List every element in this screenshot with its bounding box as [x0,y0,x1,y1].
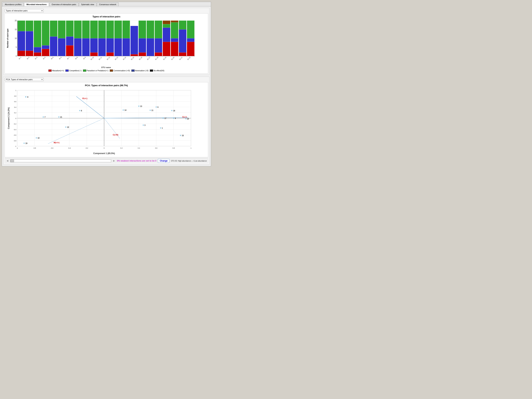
svg-text:0: 0 [16,55,17,57]
scroll-left-icon[interactable]: ◄ [6,159,9,162]
svg-text:19: 19 [25,142,27,144]
svg-text:-0.2: -0.2 [13,123,16,125]
svg-text:✳: ✳ [65,126,67,128]
svg-rect-31 [58,38,65,56]
bar-chart-svg: 05101520ID 1ID 2ID 3ID 4ID 5ID 6ID 7ID 8… [9,19,197,69]
change-button[interactable]: Change [158,159,170,163]
scroll-right-icon[interactable]: ► [113,159,115,162]
svg-text:ID 6: ID 6 [59,56,62,60]
svg-rect-59 [122,21,130,38]
svg-text:✳: ✳ [25,95,27,98]
tab-overview[interactable]: Overview of interaction pairs [49,2,79,6]
pca-dropdown-wrapper[interactable]: PCA: Types of interaction pairs ▼ [5,78,44,81]
svg-text:0: 0 [15,118,16,119]
svg-text:✳: ✳ [173,117,175,120]
svg-text:✳: ✳ [162,117,164,120]
svg-text:22: 22 [67,126,69,128]
svg-rect-36 [66,21,73,37]
svg-text:✳: ✳ [142,124,144,127]
svg-rect-76 [163,28,170,42]
svg-text:9: 9 [175,117,176,119]
pca-chart-dropdown[interactable]: PCA: Types of interaction pairs [5,78,44,81]
svg-text:0.4: 0.4 [138,147,140,149]
svg-text:ID 3: ID 3 [34,56,38,60]
weakest-interactions-text: 0% weakest interactions are set to be 0 [117,160,156,162]
svg-rect-21 [34,47,41,52]
svg-text:✳: ✳ [171,109,173,112]
svg-rect-17 [26,31,33,51]
svg-rect-14 [18,21,25,31]
svg-text:ID 13: ID 13 [114,56,118,60]
svg-rect-12 [18,51,25,56]
tab-systematic[interactable]: Sytematic view [79,2,96,6]
svg-rect-46 [90,21,98,38]
scroll-thumb[interactable] [11,160,14,162]
svg-rect-13 [18,31,25,51]
bar-chart-container: Number of each type 05101520ID 1ID 2ID 3… [6,19,206,69]
svg-text:ID 8: ID 8 [75,56,78,60]
svg-rect-64 [139,52,146,56]
svg-rect-24 [42,49,49,56]
legend-parasitism: Parasitism or Predation(+/-) [83,70,108,72]
svg-text:ID 12: ID 12 [106,56,110,60]
svg-text:ID 11: ID 11 [98,56,102,60]
svg-text:14: 14 [125,109,127,111]
svg-text:-0.8: -0.8 [33,147,36,149]
svg-rect-16 [26,51,33,56]
bar-chart-panel: Types of interaction pairs ▼ Types of in… [3,8,209,75]
svg-text:✳: ✳ [58,116,60,118]
svg-rect-75 [163,42,170,56]
svg-text:0.8: 0.8 [172,147,175,149]
svg-text:10: 10 [38,137,40,139]
legend-amensalism-box [131,70,135,72]
svg-rect-25 [42,45,49,49]
svg-text:-0.6: -0.6 [51,147,53,149]
svg-text:ID 16: ID 16 [139,56,143,60]
svg-rect-55 [114,38,122,56]
svg-rect-41 [82,38,89,56]
svg-rect-18 [26,21,33,31]
svg-text:0.6: 0.6 [14,101,16,102]
svg-text:✳: ✳ [35,137,37,139]
svg-rect-82 [171,22,178,38]
pca-chart-title: PCA: Types of interaction pairs (99.7%) [6,84,206,87]
svg-text:ID 2: ID 2 [26,56,30,60]
legend-no-effect-label: No effect(0/0) [154,70,164,72]
svg-rect-56 [114,21,122,38]
svg-rect-20 [34,52,41,56]
svg-text:ID 7: ID 7 [67,56,70,60]
svg-text:21: 21 [60,116,62,118]
svg-text:P(+/-): P(+/-) [82,97,88,100]
svg-text:0.2: 0.2 [14,112,16,114]
svg-rect-85 [179,52,186,56]
svg-text:10: 10 [15,38,17,39]
bar-chart-area: Types of interaction pairs Number of eac… [5,13,208,74]
svg-text:✳: ✳ [160,127,162,129]
svg-text:1: 1 [162,127,163,129]
svg-text:-0.4: -0.4 [68,147,71,149]
svg-text:1: 1 [190,147,191,149]
svg-text:✳: ✳ [180,134,181,137]
svg-text:0.6: 0.6 [155,147,158,149]
svg-text:0.8: 0.8 [14,95,16,97]
legend-commensalism-label: Commensalism (+/0) [114,70,130,72]
pca-chart-area: PCA: Types of interaction pairs (99.7%) … [5,82,208,157]
bar-chart-dropdown[interactable]: Types of interaction pairs [5,9,44,12]
svg-text:Component 2 (14.2%): Component 2 (14.2%) [7,107,10,129]
bar-dropdown-wrapper[interactable]: Types of interaction pairs ▼ [5,9,44,12]
svg-rect-38 [74,38,82,56]
tab-microbial[interactable]: Microbial interactions [24,2,49,6]
scroll-track[interactable] [10,159,111,162]
svg-text:3: 3 [145,124,146,126]
tab-consensus[interactable]: Consensus network [97,2,119,6]
svg-text:18: 18 [173,110,175,112]
svg-text:ID 4: ID 4 [43,56,46,60]
svg-rect-45 [90,38,98,52]
svg-rect-72 [155,38,162,52]
tab-abundance[interactable]: Abundance profiles [2,2,24,6]
legend-mutualism-label: Mutualism(+/+) [52,70,64,72]
legend-no-effect: No effect(0/0) [150,70,164,72]
svg-rect-69 [147,21,154,38]
svg-text:7: 7 [44,116,45,118]
svg-rect-73 [155,21,162,38]
